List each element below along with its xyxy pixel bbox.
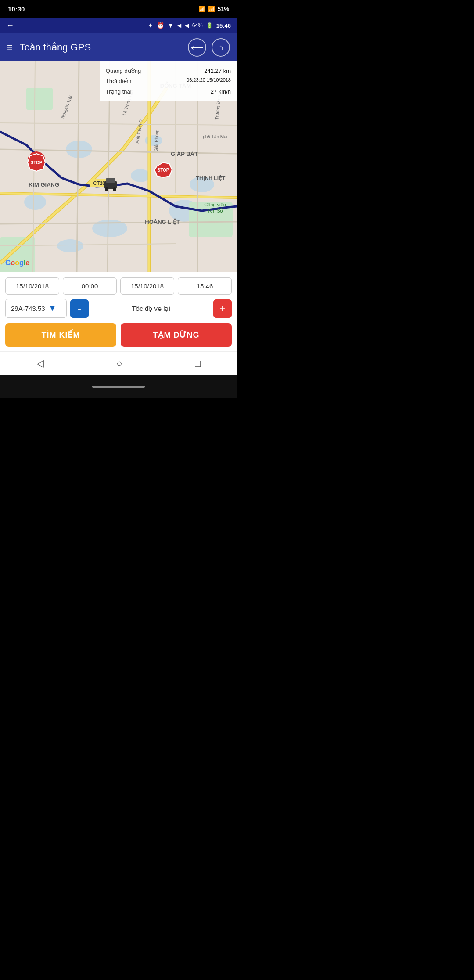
svg-point-1 <box>66 141 92 158</box>
end-time-field[interactable]: 15:46 <box>178 277 232 295</box>
signal-status-1: ◀ <box>177 22 181 29</box>
time-value: 06:23:20 15/10/2018 <box>187 76 231 86</box>
start-date-field[interactable]: 15/10/2018 <box>5 277 59 295</box>
wifi-status-icon: ▼ <box>168 22 174 29</box>
svg-point-3 <box>131 169 150 182</box>
svg-text:KIM GIANG: KIM GIANG <box>29 181 59 188</box>
svg-text:Công viên: Công viên <box>204 202 226 207</box>
status-row: Trạng thái 27 km/h <box>106 86 231 97</box>
signal-icon-2: 51% <box>218 6 229 12</box>
svg-rect-33 <box>106 178 115 183</box>
app-header: ≡ Toàn thắng GPS ⟵ ⌂ <box>0 33 237 61</box>
distance-label: Quãng đường <box>106 66 141 76</box>
home-indicator <box>92 386 145 388</box>
back-nav-button[interactable]: ◁ <box>28 354 53 373</box>
vehicle-select[interactable]: 29A-743.53 ▼ <box>5 299 67 318</box>
svg-rect-11 <box>26 88 53 110</box>
pause-button[interactable]: TẠM DỪNG <box>121 323 232 347</box>
battery-status-icon: 🔋 <box>206 22 213 29</box>
controls-area: 15/10/2018 00:00 15/10/2018 15:46 29A-74… <box>0 272 237 351</box>
app-back-button[interactable]: ← <box>6 21 14 30</box>
time-row: Thời điểm 06:23:20 15/10/2018 <box>106 76 231 86</box>
signal-status-2: ◀ <box>185 22 189 29</box>
map-container[interactable]: CT20 ĐỒNG TÂM KIM GIANG GIÁP BÁT THỊNH L… <box>0 61 237 272</box>
app-time: 15:46 <box>216 22 231 29</box>
battery-percent: 64% <box>192 22 203 29</box>
speed-plus-button[interactable]: + <box>213 299 232 318</box>
app-title: Toàn thắng GPS <box>20 42 181 53</box>
svg-text:THỊNH LIỆT: THỊNH LIỆT <box>196 175 226 181</box>
speed-minus-button[interactable]: - <box>70 299 89 318</box>
back-arrow-icon: ⟵ <box>191 42 204 53</box>
minus-icon: - <box>78 303 81 315</box>
start-time-field[interactable]: 00:00 <box>63 277 117 295</box>
status-value: 27 km/h <box>211 86 231 97</box>
signal-icon-1: 📶 <box>208 6 215 12</box>
end-date-field[interactable]: 15/10/2018 <box>120 277 174 295</box>
svg-text:STOP: STOP <box>157 168 169 173</box>
header-actions: ⟵ ⌂ <box>188 38 230 57</box>
status-label: Trạng thái <box>106 86 132 97</box>
svg-text:Giải Phóng: Giải Phóng <box>154 130 159 151</box>
svg-rect-10 <box>0 237 35 272</box>
status-bar-right: 📶 📶 51% <box>198 6 229 12</box>
google-logo: Google <box>5 259 29 267</box>
svg-text:Yên Sở: Yên Sở <box>207 208 223 213</box>
bottom-nav-bar: ◁ ○ □ <box>0 351 237 375</box>
svg-text:phố Tân Mai: phố Tân Mai <box>203 134 227 139</box>
svg-text:GIÁP BÁT: GIÁP BÁT <box>171 151 198 157</box>
time-display: 10:30 <box>8 5 25 13</box>
search-button[interactable]: TÌM KIẾM <box>5 323 116 347</box>
vehicle-speed-row: 29A-743.53 ▼ - Tốc độ vẽ lại + <box>5 299 232 318</box>
status-bar: 10:30 📶 📶 51% <box>0 0 237 18</box>
header-home-button[interactable]: ⌂ <box>212 38 230 57</box>
vehicle-id: 29A-743.53 <box>11 305 45 312</box>
menu-button[interactable]: ≡ <box>7 42 13 53</box>
wifi-icon: 📶 <box>198 6 205 12</box>
svg-point-34 <box>105 187 108 191</box>
alarm-icon: ⏰ <box>157 22 164 29</box>
recent-nav-button[interactable]: □ <box>186 354 209 373</box>
distance-row: Quãng đường 242.27 km <box>106 66 231 76</box>
home-nav-button[interactable]: ○ <box>108 354 131 373</box>
svg-text:HOÀNG LIỆT: HOÀNG LIỆT <box>145 218 180 225</box>
map-info-overlay: Quãng đường 242.27 km Thời điểm 06:23:20… <box>100 61 237 101</box>
svg-point-8 <box>57 239 83 252</box>
speed-label: Tốc độ vẽ lại <box>92 305 210 313</box>
home-icon: ⌂ <box>218 43 223 53</box>
header-back-button[interactable]: ⟵ <box>188 38 206 57</box>
svg-text:CT20: CT20 <box>93 180 105 186</box>
system-nav <box>0 375 237 398</box>
datetime-row: 15/10/2018 00:00 15/10/2018 15:46 <box>5 277 232 295</box>
app-status-right: ✦ ⏰ ▼ ◀ ◀ 64% 🔋 15:46 <box>148 22 231 29</box>
bluetooth-icon: ✦ <box>148 22 153 29</box>
svg-text:STOP: STOP <box>30 160 42 165</box>
action-buttons-row: TÌM KIẾM TẠM DỪNG <box>5 323 232 347</box>
time-label: Thời điểm <box>106 76 132 86</box>
plus-icon: + <box>219 303 226 315</box>
dropdown-arrow-icon: ▼ <box>49 304 57 313</box>
svg-point-35 <box>113 187 116 191</box>
distance-value: 242.27 km <box>204 66 231 76</box>
app-status-bar: ← ✦ ⏰ ▼ ◀ ◀ 64% 🔋 15:46 <box>0 18 237 33</box>
svg-point-2 <box>24 194 46 210</box>
